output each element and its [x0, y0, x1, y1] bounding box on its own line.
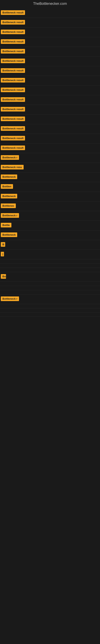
result-row: Bottle	[0, 221, 100, 230]
result-row: Bottlen	[0, 182, 100, 192]
result-row: Bottleneck result	[0, 95, 100, 105]
bottleneck-badge[interactable]: Bottleneck result	[1, 20, 25, 24]
bottleneck-badge[interactable]: Bottleneck resu	[1, 165, 24, 170]
result-row	[0, 290, 100, 294]
results-list: Bottleneck resultBottleneck resultBottle…	[0, 8, 100, 317]
site-header: TheBottlenecker.com	[0, 0, 100, 8]
result-row: Bottleneck	[0, 230, 100, 240]
bottleneck-badge[interactable]: Bottleneck result	[1, 39, 25, 44]
bottleneck-badge[interactable]: Bottleneck	[1, 174, 17, 179]
bottleneck-badge[interactable]: Bottleneck result	[1, 107, 25, 112]
bottleneck-badge[interactable]: Bottleneck result	[1, 10, 25, 15]
result-row: Bottleneck r	[0, 294, 100, 304]
result-row: Bottleneck result	[0, 47, 100, 56]
result-row	[0, 264, 100, 268]
bottleneck-badge[interactable]: Bottlenec	[1, 204, 16, 208]
bottleneck-badge[interactable]: Bottleneck result	[1, 146, 25, 150]
result-row: Bo	[0, 272, 100, 282]
bottleneck-badge[interactable]: Bottle	[1, 223, 11, 228]
result-row: B	[0, 240, 100, 250]
bottleneck-badge[interactable]: Bottleneck result	[1, 78, 25, 82]
result-row: Bottleneck result	[0, 114, 100, 124]
result-row	[0, 282, 100, 286]
bottleneck-badge[interactable]: Bottleneck	[1, 194, 17, 198]
result-row: Bottleneck	[0, 172, 100, 182]
result-row: Bottleneck r	[0, 153, 100, 163]
bottleneck-badge[interactable]: Bottleneck result	[1, 136, 25, 140]
result-row: Bottleneck result	[0, 134, 100, 144]
result-row	[0, 312, 100, 317]
bottleneck-badge[interactable]: Bottleneck result	[1, 49, 25, 54]
result-row	[0, 308, 100, 312]
result-row: Bottleneck result	[0, 18, 100, 28]
bottleneck-badge[interactable]: Bottleneck r	[1, 213, 19, 218]
result-row	[0, 304, 100, 308]
result-row	[0, 286, 100, 290]
result-row: Bottleneck result	[0, 105, 100, 114]
result-row	[0, 268, 100, 272]
result-row: Bottleneck result	[0, 144, 100, 153]
bottleneck-badge[interactable]: B	[1, 242, 5, 247]
bottleneck-badge[interactable]: Bottlen	[1, 184, 13, 189]
bottleneck-badge[interactable]: Bottleneck result	[1, 30, 25, 34]
bottleneck-badge[interactable]: Bottleneck r	[1, 155, 19, 160]
bottleneck-badge[interactable]: Bottleneck r	[1, 296, 19, 301]
site-title: TheBottlenecker.com	[0, 0, 100, 8]
result-row: Bottleneck resu	[0, 163, 100, 172]
bottleneck-badge[interactable]: Bo	[1, 274, 6, 279]
result-row: Bottlenec	[0, 202, 100, 211]
result-row: Bottleneck result	[0, 76, 100, 86]
bottleneck-badge[interactable]: Bottleneck result	[1, 97, 25, 102]
bottleneck-badge[interactable]: Bottleneck result	[1, 68, 25, 73]
bottleneck-badge[interactable]: Bottleneck result	[1, 58, 25, 63]
bottleneck-badge[interactable]: Bottleneck result	[1, 126, 25, 131]
result-row: Bottleneck result	[0, 56, 100, 66]
bottleneck-badge[interactable]: Bottleneck	[1, 232, 17, 237]
bottleneck-badge[interactable]: Bottleneck result	[1, 116, 25, 121]
result-row: Bottleneck	[0, 192, 100, 202]
result-row: Bottleneck r	[0, 211, 100, 221]
bottleneck-badge[interactable]: Bottleneck result	[1, 88, 25, 92]
result-row: Bottleneck result	[0, 37, 100, 47]
result-row: Bottleneck result	[0, 28, 100, 37]
bottleneck-badge[interactable]: |	[1, 252, 4, 256]
result-row: |	[0, 250, 100, 260]
result-row: Bottleneck result	[0, 124, 100, 134]
result-row: Bottleneck result	[0, 86, 100, 95]
result-row: Bottleneck result	[0, 66, 100, 76]
result-row	[0, 260, 100, 264]
result-row: Bottleneck result	[0, 8, 100, 18]
